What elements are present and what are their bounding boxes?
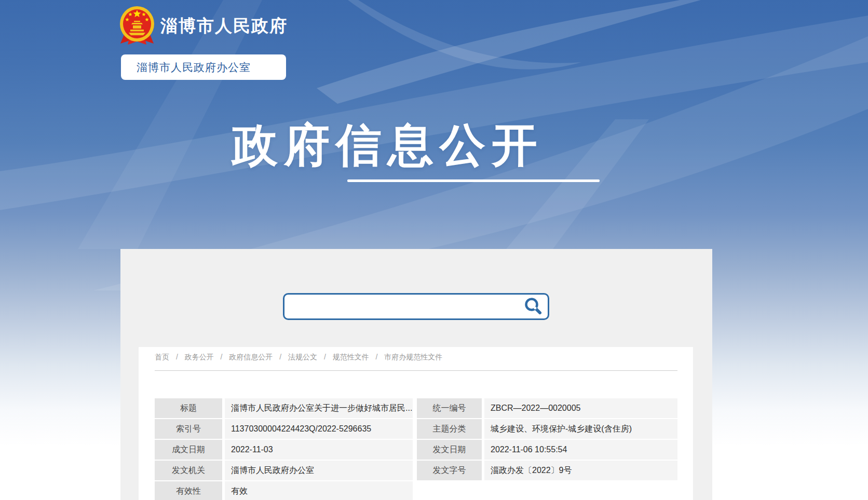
breadcrumb-item-xinxigongkai[interactable]: 政府信息公开 <box>229 353 273 361</box>
breadcrumb-separator: / <box>221 353 223 361</box>
document-number-value: 淄政办发〔2022〕9号 <box>484 461 677 480</box>
validity-value: 有效 <box>225 481 413 500</box>
index-number-label: 索引号 <box>155 419 222 439</box>
table-row-unified-number: 统一编号 ZBCR—2022—0020005 <box>417 398 677 418</box>
index-number-value: 11370300004224423Q/2022-5296635 <box>225 419 413 439</box>
breadcrumb-item-zhengwu[interactable]: 政务公开 <box>185 353 214 361</box>
search-icon <box>524 297 542 316</box>
search-input[interactable] <box>292 296 520 317</box>
topic-category-label: 主题分类 <box>417 419 482 439</box>
office-badge-label: 淄博市人民政府办公室 <box>137 60 251 75</box>
table-row-title: 标题 淄博市人民政府办公室关于进一步做好城市居民... <box>155 398 413 418</box>
issuing-agency-label: 发文机关 <box>155 461 222 480</box>
breadcrumb-divider <box>155 370 677 371</box>
validity-label: 有效性 <box>155 481 222 500</box>
publish-date-label: 发文日期 <box>417 440 482 460</box>
publish-date-value: 2022-11-06 10:55:54 <box>484 440 677 460</box>
document-info-left-column: 标题 淄博市人民政府办公室关于进一步做好城市居民... 索引号 11370300… <box>155 398 413 500</box>
breadcrumb-separator: / <box>279 353 281 361</box>
title-value[interactable]: 淄博市人民政府办公室关于进一步做好城市居民... <box>225 398 413 418</box>
breadcrumb: 首页 / 政务公开 / 政府信息公开 / 法规公文 / 规范性文件 / 市府办规… <box>155 353 677 362</box>
breadcrumb-item-home[interactable]: 首页 <box>155 353 169 361</box>
table-row-document-number: 发文字号 淄政办发〔2022〕9号 <box>417 461 677 480</box>
table-row-issuing-agency: 发文机关 淄博市人民政府办公室 <box>155 461 413 480</box>
unified-number-value: ZBCR—2022—0020005 <box>484 398 677 418</box>
title-label: 标题 <box>155 398 222 418</box>
site-title: 淄博市人民政府 <box>160 15 288 38</box>
unified-number-label: 统一编号 <box>417 398 482 418</box>
issuing-agency-value: 淄博市人民政府办公室 <box>225 461 413 480</box>
breadcrumb-separator: / <box>324 353 326 361</box>
page-title: 政府信息公开 <box>232 120 544 171</box>
breadcrumb-item-current: 市府办规范性文件 <box>384 353 442 361</box>
table-row-validity: 有效性 有效 <box>155 481 413 500</box>
search-box <box>283 293 549 320</box>
china-national-emblem-icon <box>118 4 156 46</box>
written-date-label: 成文日期 <box>155 440 222 460</box>
document-info-right-column: 统一编号 ZBCR—2022—0020005 主题分类 城乡建设、环境保护-城乡… <box>417 398 677 481</box>
breadcrumb-item-guifanxing[interactable]: 规范性文件 <box>333 353 369 361</box>
topic-category-value: 城乡建设、环境保护-城乡建设(含住房) <box>484 419 677 439</box>
search-button[interactable] <box>524 297 542 316</box>
table-row-index-number: 索引号 11370300004224423Q/2022-5296635 <box>155 419 413 439</box>
document-number-label: 发文字号 <box>417 461 482 480</box>
table-row-written-date: 成文日期 2022-11-03 <box>155 440 413 460</box>
page-title-underline <box>347 179 600 182</box>
breadcrumb-item-fagui[interactable]: 法规公文 <box>288 353 317 361</box>
breadcrumb-separator: / <box>376 353 378 361</box>
table-row-topic-category: 主题分类 城乡建设、环境保护-城乡建设(含住房) <box>417 419 677 439</box>
written-date-value: 2022-11-03 <box>225 440 413 460</box>
breadcrumb-separator: / <box>176 353 178 361</box>
office-badge[interactable]: 淄博市人民政府办公室 <box>121 54 286 80</box>
table-row-publish-date: 发文日期 2022-11-06 10:55:54 <box>417 440 677 460</box>
